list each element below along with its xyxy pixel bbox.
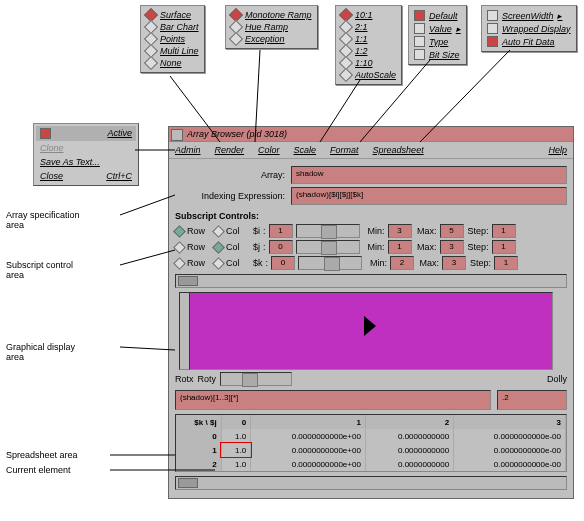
svg-line-3 [360, 60, 430, 142]
svg-line-1 [255, 50, 260, 142]
svg-line-2 [320, 80, 360, 142]
svg-line-0 [170, 76, 220, 142]
callout-lines [0, 0, 584, 521]
svg-line-7 [120, 347, 175, 350]
svg-line-6 [120, 250, 175, 265]
svg-line-4 [420, 50, 510, 142]
svg-line-5 [120, 195, 175, 215]
